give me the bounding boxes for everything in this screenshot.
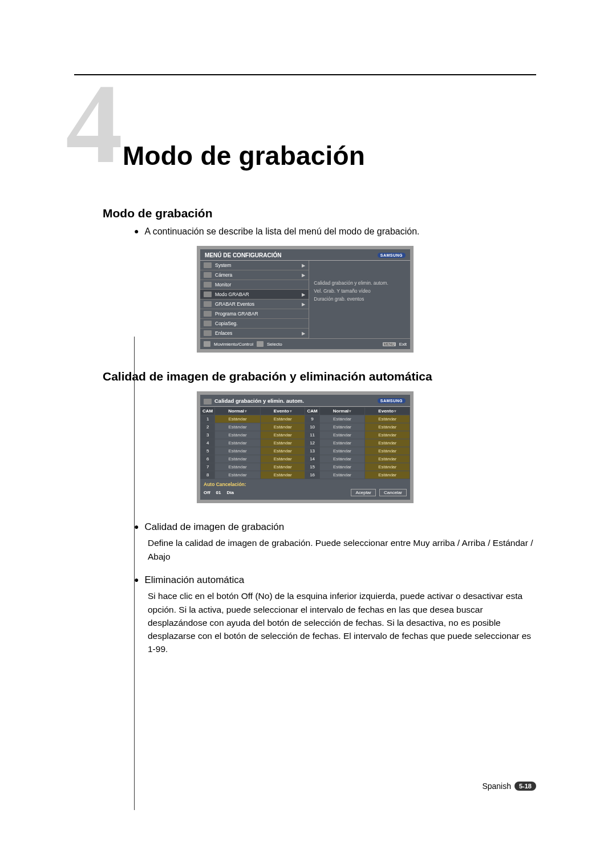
table-cell[interactable]: 10 <box>305 423 319 431</box>
submenu-item[interactable]: Calidad grabación y elimin. autom. <box>314 279 407 287</box>
table-cell[interactable]: Estándar <box>365 415 410 423</box>
menu-item[interactable]: Modo GRABAR▶ <box>200 290 309 299</box>
table-cell[interactable]: Estándar <box>260 471 305 479</box>
auto-off[interactable]: Off <box>204 490 210 495</box>
table-cell[interactable]: Estándar <box>260 431 305 439</box>
table-cell[interactable]: Estándar <box>319 463 365 471</box>
auto-cancel-label: Auto Cancelación: <box>204 481 407 487</box>
chevron-right-icon: ▶ <box>302 302 305 307</box>
table-cell[interactable]: 3 <box>201 431 215 439</box>
cancel-button[interactable]: Cancelar <box>379 489 407 496</box>
table-cell[interactable]: Estándar <box>215 471 261 479</box>
section-title-1: Modo de grabación <box>103 207 536 220</box>
table-cell[interactable]: Estándar <box>319 431 365 439</box>
bullet-quality-text: Define la calidad de imagen de grabación… <box>148 536 536 563</box>
table-cell[interactable]: Estándar <box>215 455 261 463</box>
table-cell[interactable]: 9 <box>305 415 319 423</box>
intro-bullet: ● A continuación se describe la lista de… <box>134 225 536 238</box>
brand-badge: SAMSUNG <box>378 253 406 258</box>
table-cell[interactable]: 8 <box>201 471 215 479</box>
table-cell[interactable]: Estándar <box>365 423 410 431</box>
section-title-2: Calidad de imagen de grabación y elimina… <box>103 370 536 383</box>
table-cell[interactable]: Estándar <box>260 463 305 471</box>
table-cell[interactable]: Estándar <box>260 439 305 447</box>
table-cell[interactable]: 14 <box>305 455 319 463</box>
table-cell[interactable]: Estándar <box>319 439 365 447</box>
table-cell[interactable]: Estándar <box>260 447 305 455</box>
menu-item-icon <box>204 272 212 278</box>
table-cell[interactable]: Estándar <box>215 463 261 471</box>
table-cell[interactable]: Estándar <box>365 463 410 471</box>
menu-item-label: CopiaSeg. <box>215 321 238 326</box>
table-header: Evento▾ <box>365 407 410 415</box>
table-cell[interactable]: Estándar <box>215 415 261 423</box>
table-row: 8EstándarEstándar16EstándarEstándar <box>201 471 410 479</box>
table-cell[interactable]: Estándar <box>215 423 261 431</box>
table-cell[interactable]: 16 <box>305 471 319 479</box>
table-cell[interactable]: 1 <box>201 415 215 423</box>
auto-days-unit: Día <box>226 490 233 495</box>
table-cell[interactable]: 5 <box>201 447 215 455</box>
chapter-heading: 4 Modo de grabación <box>74 98 536 195</box>
page-footer: Spanish 5-18 <box>74 782 536 791</box>
menu-item[interactable]: GRABAR Eventos▶ <box>200 299 309 309</box>
menu-item-label: Modo GRABAR <box>215 292 249 297</box>
table-cell[interactable]: 6 <box>201 455 215 463</box>
menu-item-label: Enlaces <box>215 330 232 336</box>
table-cell[interactable]: Estándar <box>319 471 365 479</box>
table-cell[interactable]: Estándar <box>215 431 261 439</box>
chevron-right-icon: ▶ <box>302 273 305 278</box>
menu-item-label: Cámera <box>215 272 232 278</box>
menu-key-icon: MENU <box>383 342 396 346</box>
menu-item[interactable]: CopiaSeg. <box>200 319 309 329</box>
chapter-number: 4 <box>66 67 123 181</box>
menu-item[interactable]: Monitor <box>200 280 309 290</box>
table-cell[interactable]: Estándar <box>319 415 365 423</box>
table-cell[interactable]: Estándar <box>215 439 261 447</box>
bullet-icon: ● <box>134 520 139 535</box>
menu-item-icon <box>204 262 212 268</box>
table-cell[interactable]: Estándar <box>365 439 410 447</box>
menu-item-icon <box>204 282 212 288</box>
table-row: 6EstándarEstándar14EstándarEstándar <box>201 455 410 463</box>
table-cell[interactable]: 4 <box>201 439 215 447</box>
bullet-autodelete-title: Eliminación automática <box>144 573 244 588</box>
table-cell[interactable]: Estándar <box>365 447 410 455</box>
table-header: CAM <box>305 407 319 415</box>
submenu-item[interactable]: Duración grab. eventos <box>314 295 407 303</box>
table-cell[interactable]: Estándar <box>260 415 305 423</box>
table-cell[interactable]: Estándar <box>319 455 365 463</box>
auto-days-value[interactable]: 01 <box>216 490 221 495</box>
submenu-item[interactable]: Vel. Grab. Y tamaño vídeo <box>314 287 407 295</box>
table-cell[interactable]: 13 <box>305 447 319 455</box>
table-row: 4EstándarEstándar12EstándarEstándar <box>201 439 410 447</box>
table-cell[interactable]: Estándar <box>319 447 365 455</box>
chapter-title: Modo de grabación <box>123 140 365 171</box>
chevron-right-icon: ▶ <box>302 263 305 268</box>
table-cell[interactable]: Estándar <box>365 471 410 479</box>
table-cell[interactable]: Estándar <box>365 431 410 439</box>
table-cell[interactable]: 12 <box>305 439 319 447</box>
table-row: 7EstándarEstándar15EstándarEstándar <box>201 463 410 471</box>
table-header: Normal▾ <box>319 407 365 415</box>
table-cell[interactable]: Estándar <box>260 423 305 431</box>
accept-button[interactable]: Aceptar <box>351 489 376 496</box>
menu-item-label: Monitor <box>215 282 231 288</box>
table-cell[interactable]: 2 <box>201 423 215 431</box>
quality-header: Calidad grabación y elimin. autom. <box>214 398 304 404</box>
table-cell[interactable]: Estándar <box>215 447 261 455</box>
quality-table: CAMNormal▾Evento▾CAMNormal▾Evento▾1Están… <box>200 407 410 479</box>
page-number-badge: 5-18 <box>514 782 536 791</box>
table-cell[interactable]: 15 <box>305 463 319 471</box>
table-cell[interactable]: Estándar <box>365 455 410 463</box>
menu-item[interactable]: Cámera▶ <box>200 270 309 280</box>
menu-item[interactable]: Programa GRABAR <box>200 309 309 319</box>
table-cell[interactable]: Estándar <box>319 423 365 431</box>
table-cell[interactable]: Estándar <box>260 455 305 463</box>
menu-item[interactable]: Enlaces▶ <box>200 329 309 338</box>
config-menu-screenshot: MENÚ DE CONFIGURACIÓN SAMSUNG System▶Cám… <box>197 246 414 353</box>
menu-item[interactable]: System▶ <box>200 261 309 270</box>
table-cell[interactable]: 11 <box>305 431 319 439</box>
table-cell[interactable]: 7 <box>201 463 215 471</box>
bullet-autodelete: ● Eliminación automática <box>134 573 536 588</box>
